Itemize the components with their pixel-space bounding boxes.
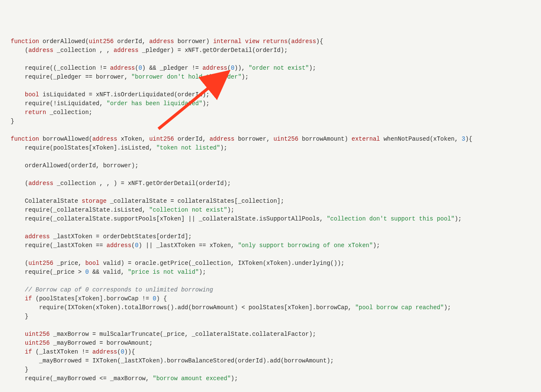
code-line: (address _collection , , address _pledge…	[0, 47, 288, 54]
code-line: }	[0, 118, 14, 125]
code-line: (uint256 _price, bool valid) = oracle.ge…	[0, 260, 344, 267]
code-line: function borrowAllowed(address xToken, u…	[0, 136, 472, 142]
code-line: require(_mayBorrowed <= _maxBorrow, "bor…	[0, 375, 238, 382]
code-line: CollateralState storage _collateralState…	[0, 198, 284, 204]
code-line: if (poolStates[xToken].borrowCap != 0) {	[0, 295, 167, 302]
code-line: require(_collateralState.supportPools[xT…	[0, 215, 462, 222]
code-line: uint256 _maxBorrow = mulScalarTruncate(_…	[0, 331, 316, 338]
code-line: }	[0, 313, 28, 320]
code-line: require(_price > 0 && valid, "price is n…	[0, 269, 206, 275]
code-line: require(poolStates[xToken].isListed, "to…	[0, 144, 227, 151]
code-line: if (_lastXToken != address(0)){	[0, 348, 135, 355]
code-line: require(_lastXToken == address(0) || _la…	[0, 242, 380, 249]
code-line: orderAllowed(orderId, borrower);	[0, 162, 139, 169]
code-line: return _collection;	[0, 109, 92, 116]
code-line: require(!isLiquidated, "order has been l…	[0, 100, 210, 107]
code-line: address _lastXToken = orderDebtStates[or…	[0, 233, 192, 240]
code-line: require(_pledger == borrower, "borrower …	[0, 74, 249, 80]
code-line: function orderAllowed(uint256 orderId, a…	[0, 38, 323, 45]
code-line: (address _collection , , ) = xNFT.getOrd…	[0, 180, 231, 187]
code-line: _mayBorrowed = IXToken(_lastXToken).borr…	[0, 357, 334, 364]
code-line: uint256 _mayBorrowed = borrowAmount;	[0, 340, 153, 346]
code-line: require((_collection != address(0) && _p…	[0, 65, 316, 71]
code-line: }	[0, 366, 28, 373]
code-line: bool isLiquidated = xNFT.isOrderLiquidat…	[0, 91, 210, 98]
code-line: // Borrow cap of 0 corresponds to unlimi…	[0, 286, 213, 293]
code-line: require(_collateralState.isListed, "coll…	[0, 207, 235, 213]
code-line: require(IXToken(xToken).totalBorrows().a…	[0, 304, 451, 311]
code-block: function orderAllowed(uint256 orderId, a…	[0, 35, 541, 392]
